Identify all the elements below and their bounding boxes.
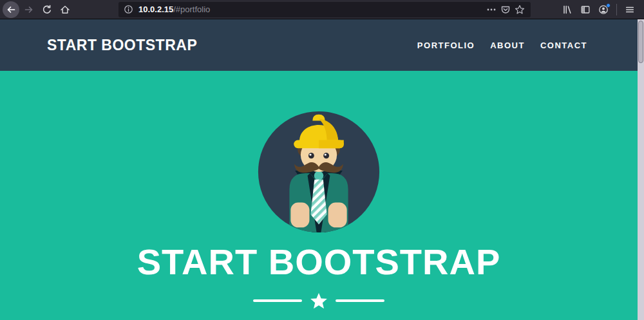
nav-link-portfolio[interactable]: PORTFOLIO xyxy=(417,41,475,50)
pocket-icon xyxy=(500,5,511,15)
nav-link-contact[interactable]: CONTACT xyxy=(540,41,587,50)
site-navbar: START BOOTSTRAP PORTFOLIO ABOUT CONTACT xyxy=(0,19,638,71)
browser-toolbar: 10.0.2.15/#portfolio xyxy=(0,0,644,19)
menu-button[interactable] xyxy=(621,1,638,18)
web-page: START BOOTSTRAP PORTFOLIO ABOUT CONTACT xyxy=(0,19,638,320)
account-notification-dot xyxy=(606,3,611,8)
vertical-scrollbar[interactable] xyxy=(638,19,644,320)
url-path: /#portfolio xyxy=(173,5,210,14)
library-button[interactable] xyxy=(559,1,576,18)
page-title: START BOOTSTRAP xyxy=(137,243,501,281)
url-host: 10.0.2.15 xyxy=(138,5,173,14)
home-button[interactable] xyxy=(57,1,73,18)
forward-button[interactable] xyxy=(21,1,37,18)
masthead: START BOOTSTRAP xyxy=(0,71,638,310)
reload-icon xyxy=(42,5,52,15)
url-text: 10.0.2.15/#portfolio xyxy=(138,5,484,14)
account-button[interactable] xyxy=(595,1,612,18)
avatar-image xyxy=(256,109,381,234)
back-arrow-icon xyxy=(6,5,16,15)
toolbar-separator xyxy=(616,4,617,15)
star-icon xyxy=(310,292,328,310)
scrollbar-thumb[interactable] xyxy=(638,21,643,63)
star-outline-icon xyxy=(515,5,525,15)
page-viewport: START BOOTSTRAP PORTFOLIO ABOUT CONTACT xyxy=(0,19,644,320)
sidebar-toggle-button[interactable] xyxy=(577,1,594,18)
home-icon xyxy=(60,5,70,15)
site-info-icon[interactable] xyxy=(124,5,133,14)
bookmark-star-button[interactable] xyxy=(513,3,527,17)
browser-window: 10.0.2.15/#portfolio xyxy=(0,0,644,320)
forward-arrow-icon xyxy=(24,5,34,15)
url-bar[interactable]: 10.0.2.15/#portfolio xyxy=(118,2,531,17)
library-icon xyxy=(562,5,573,15)
divider-line-right xyxy=(336,299,384,302)
divider-line-left xyxy=(253,299,302,302)
pocket-button[interactable] xyxy=(498,3,513,17)
nav-link-about[interactable]: ABOUT xyxy=(490,41,525,50)
navbar-brand-link[interactable]: START BOOTSTRAP xyxy=(47,37,197,54)
navbar-links: PORTFOLIO ABOUT CONTACT xyxy=(417,41,587,50)
reload-button[interactable] xyxy=(39,1,55,18)
hamburger-icon xyxy=(625,5,635,15)
toolbar-right-icons xyxy=(558,1,639,18)
page-actions-button[interactable] xyxy=(484,3,498,17)
sidebar-icon xyxy=(580,5,591,15)
back-button[interactable] xyxy=(3,1,19,18)
ellipsis-icon xyxy=(486,5,497,15)
star-divider xyxy=(253,292,384,310)
